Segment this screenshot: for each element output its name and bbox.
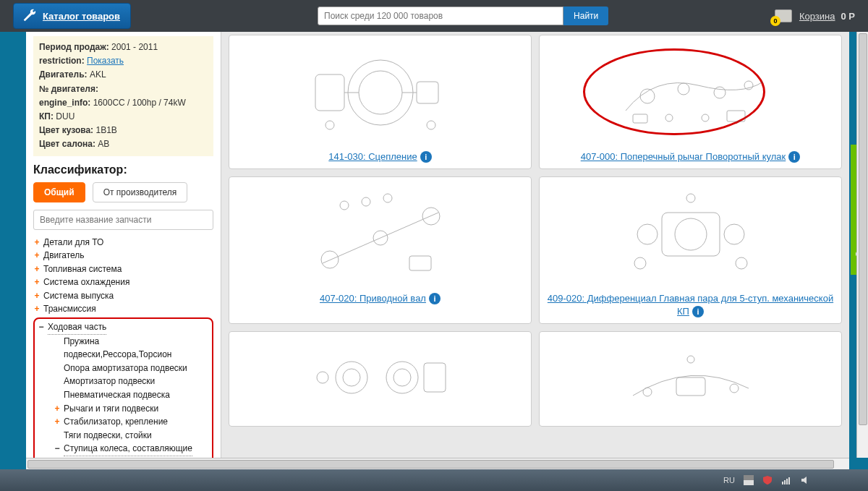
vehicle-meta: Период продаж: 2001 - 2011 restriction: …: [33, 36, 213, 156]
info-icon[interactable]: i: [429, 293, 441, 304]
svg-point-26: [637, 224, 658, 244]
svg-rect-3: [417, 82, 438, 103]
catalog-label: Каталог товаров: [43, 11, 120, 22]
search-wrap: Найти: [318, 7, 608, 25]
topbar: Каталог товаров Найти 0 Корзина 0 Р: [0, 0, 868, 32]
catalog-button[interactable]: Каталог товаров: [13, 3, 131, 29]
lang-indicator[interactable]: RU: [723, 476, 735, 484]
diagram-card[interactable]: 407-000: Поперечный рычаг Поворотный кул…: [539, 35, 842, 169]
tree-node[interactable]: +Рычаги и тяги подвески: [54, 402, 209, 416]
svg-point-29: [736, 257, 747, 269]
tree-node[interactable]: +Пружина подвески,Рессора,Торсион: [54, 335, 209, 362]
svg-point-15: [702, 114, 709, 121]
diagram-link[interactable]: 407-020: Приводной вал: [320, 293, 426, 304]
svg-point-19: [422, 208, 440, 225]
restriction-link[interactable]: Показать: [87, 56, 124, 66]
shield-icon[interactable]: [762, 475, 773, 485]
vertical-scrollbar[interactable]: [856, 32, 868, 458]
tab-general[interactable]: Общий: [33, 182, 85, 202]
tree-node[interactable]: −Ходовая часть: [38, 320, 209, 335]
cart-total: 0 Р: [841, 11, 855, 22]
svg-rect-43: [782, 482, 783, 484]
meta-label: Период продаж:: [39, 42, 109, 52]
svg-point-25: [675, 218, 707, 250]
diagram-thumb: [235, 38, 525, 147]
tree-node[interactable]: +Амортизатор подвески: [54, 375, 209, 388]
svg-rect-46: [788, 477, 790, 484]
search-button[interactable]: Найти: [563, 7, 608, 25]
info-icon[interactable]: i: [420, 151, 432, 163]
tree-node[interactable]: +Система выпуска: [33, 289, 213, 303]
tree-node[interactable]: +Опора амортизатора подвески: [54, 362, 209, 375]
classifier-tabs: Общий От производителя: [33, 182, 213, 202]
diagram-link[interactable]: 141-030: Сцепление: [328, 151, 417, 162]
svg-point-30: [686, 194, 695, 202]
diagram-card[interactable]: 409-020: Дифференциал Главная пара для 5…: [539, 176, 842, 324]
svg-rect-12: [633, 114, 647, 123]
meta-value: 1B1B: [95, 125, 116, 135]
cart-widget[interactable]: 0 Корзина 0 Р: [773, 7, 855, 25]
svg-point-36: [317, 372, 328, 383]
diagram-card[interactable]: 407-020: Приводной валi: [229, 176, 532, 324]
meta-label: Двигатель:: [39, 69, 88, 80]
svg-rect-2: [315, 74, 344, 111]
svg-rect-23: [409, 256, 431, 270]
svg-point-14: [665, 114, 673, 121]
main-area: 141-030: Сцеплениеi 407-000: Поперечный …: [221, 32, 849, 469]
diagram-card[interactable]: [229, 331, 532, 427]
tab-manufacturer[interactable]: От производителя: [93, 182, 188, 202]
svg-point-22: [383, 194, 392, 202]
meta-value: DUU: [56, 111, 75, 121]
svg-point-27: [724, 224, 744, 244]
left-gutter: [0, 32, 26, 469]
diagram-thumb: [545, 180, 835, 289]
svg-point-10: [714, 87, 726, 98]
meta-label: КП:: [39, 111, 54, 121]
tree-node[interactable]: +Система охлаждения: [33, 276, 213, 289]
tree-node[interactable]: +Детали для ТО: [33, 236, 213, 249]
meta-value: AB: [98, 139, 109, 149]
network-icon[interactable]: [781, 475, 791, 485]
meta-label: engine_info:: [39, 98, 90, 108]
meta-value: AKL: [90, 69, 106, 80]
svg-point-9: [678, 83, 689, 95]
taskbar: RU: [0, 469, 868, 491]
part-filter-input[interactable]: [33, 210, 213, 230]
tree-node[interactable]: +Трансмиссия: [33, 302, 213, 316]
tree-node[interactable]: +Топливная система: [33, 262, 213, 276]
tree-node[interactable]: +Двигатель: [33, 249, 213, 262]
svg-point-28: [634, 257, 646, 269]
tree-node[interactable]: +Пневматическая подвеска: [54, 388, 209, 402]
svg-point-39: [730, 384, 739, 393]
meta-label: restriction:: [39, 56, 85, 66]
tree-node[interactable]: −Ступица колеса, составляющие: [54, 442, 209, 456]
diagram-link[interactable]: 407-000: Поперечный рычаг Поворотный кул…: [581, 151, 786, 162]
svg-point-33: [386, 362, 418, 393]
wrench-icon: [21, 8, 37, 24]
flag-icon[interactable]: [744, 475, 754, 485]
info-icon[interactable]: i: [692, 306, 704, 317]
search-input[interactable]: [318, 7, 563, 25]
meta-label: № двигателя:: [39, 84, 98, 94]
svg-point-7: [427, 121, 435, 129]
tree-node[interactable]: +Стабилизатор, крепление: [54, 415, 209, 429]
diagram-thumb: [235, 335, 525, 420]
cart-link[interactable]: Корзина: [799, 11, 835, 22]
svg-point-32: [343, 369, 360, 386]
meta-value: 2001 - 2011: [111, 42, 158, 52]
sound-icon[interactable]: [800, 475, 810, 485]
diagram-card[interactable]: [539, 331, 842, 427]
meta-value: 1600CC / 100hp / 74kW: [93, 98, 186, 108]
svg-rect-24: [662, 213, 720, 256]
svg-point-1: [359, 71, 402, 114]
svg-point-11: [744, 81, 753, 90]
diagram-link[interactable]: 409-020: Дифференциал Главная пара для 5…: [548, 293, 833, 317]
highlighted-group: −Ходовая часть +Пружина подвески,Рессора…: [33, 317, 213, 469]
svg-point-31: [336, 362, 367, 393]
info-icon[interactable]: i: [788, 151, 800, 163]
horizontal-scrollbar[interactable]: [26, 458, 849, 469]
diagram-card[interactable]: 141-030: Сцеплениеi: [229, 35, 532, 169]
tree-node[interactable]: +Тяги подвески, стойки: [54, 429, 209, 443]
svg-point-21: [362, 197, 370, 206]
diagram-thumb: [545, 38, 835, 147]
